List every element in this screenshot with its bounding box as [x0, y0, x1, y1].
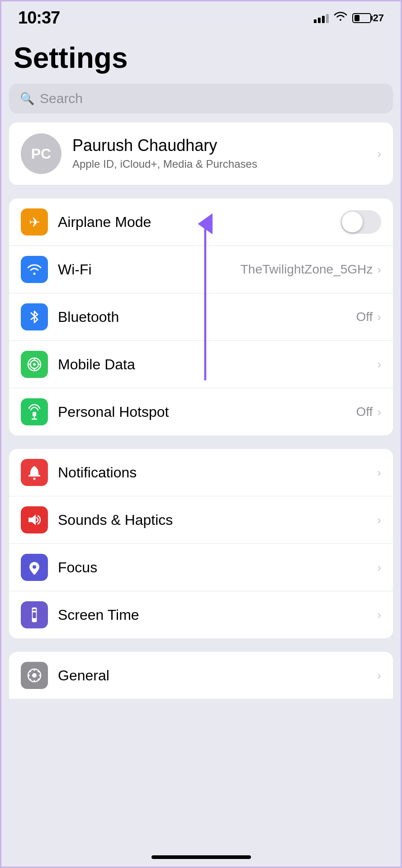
airplane-mode-icon: ✈ [21, 208, 48, 236]
mobile-data-row[interactable]: Mobile Data › [9, 340, 393, 388]
hotspot-label: Personal Hotspot [58, 404, 356, 420]
notifications-chevron: › [377, 466, 381, 480]
svg-rect-16 [33, 609, 36, 611]
screentime-label: Screen Time [58, 607, 377, 623]
hotspot-chevron: › [377, 405, 381, 419]
wifi-settings-icon [21, 256, 48, 283]
wifi-row[interactable]: Wi-Fi TheTwilightZone_5GHz › [9, 245, 393, 293]
mobile-data-icon [21, 351, 48, 378]
screentime-row[interactable]: Screen Time › [9, 591, 393, 638]
profile-chevron: › [377, 147, 381, 161]
airplane-mode-row[interactable]: ✈ Airplane Mode [9, 198, 393, 245]
svg-point-14 [33, 565, 36, 569]
search-placeholder: Search [40, 91, 83, 106]
focus-chevron: › [377, 561, 381, 575]
general-row[interactable]: General › [9, 652, 393, 699]
profile-row[interactable]: PC Paurush Chaudhary Apple ID, iCloud+, … [9, 123, 393, 185]
bluetooth-label: Bluetooth [58, 309, 356, 326]
screentime-chevron: › [377, 608, 381, 622]
mobile-data-chevron: › [377, 358, 381, 372]
status-bar: 10:37 27 [0, 0, 402, 32]
system-section: Notifications › Sounds & Haptics › Focus… [9, 449, 393, 638]
general-section: General › [9, 652, 393, 699]
bluetooth-value: Off [356, 310, 373, 324]
sounds-icon [21, 506, 48, 533]
page-title: Settings [0, 32, 402, 84]
status-icons: 27 [314, 11, 384, 25]
sounds-chevron: › [377, 513, 381, 527]
profile-info: Paurush Chaudhary Apple ID, iCloud+, Med… [72, 136, 366, 171]
signal-icon [314, 13, 329, 23]
wifi-label: Wi-Fi [58, 261, 241, 278]
profile-subtitle: Apple ID, iCloud+, Media & Purchases [72, 157, 366, 171]
screentime-icon [21, 601, 48, 628]
avatar: PC [21, 133, 61, 174]
notifications-row[interactable]: Notifications › [9, 449, 393, 496]
focus-row[interactable]: Focus › [9, 543, 393, 591]
bluetooth-icon [21, 303, 48, 330]
wifi-chevron: › [377, 263, 381, 277]
general-icon [21, 662, 48, 689]
profile-name: Paurush Chaudhary [72, 136, 366, 155]
search-icon: 🔍 [20, 92, 34, 106]
svg-point-19 [32, 673, 37, 678]
hotspot-icon [21, 398, 48, 425]
profile-section: PC Paurush Chaudhary Apple ID, iCloud+, … [9, 123, 393, 185]
battery-icon: 27 [352, 12, 384, 24]
wifi-value: TheTwilightZone_5GHz [241, 262, 373, 277]
focus-icon [21, 554, 48, 581]
svg-point-2 [33, 363, 36, 366]
sounds-row[interactable]: Sounds & Haptics › [9, 496, 393, 543]
svg-rect-17 [33, 613, 36, 618]
toggle-knob [342, 212, 363, 232]
airplane-mode-label: Airplane Mode [58, 214, 341, 231]
status-time: 10:37 [18, 8, 60, 28]
connectivity-section: ✈ Airplane Mode Wi-Fi TheTwilightZone_5G… [9, 198, 393, 435]
svg-rect-7 [33, 412, 36, 416]
hotspot-value: Off [356, 405, 373, 419]
focus-label: Focus [58, 559, 377, 576]
wifi-icon [333, 11, 348, 25]
general-chevron: › [377, 669, 381, 683]
general-label: General [58, 667, 377, 684]
hotspot-row[interactable]: Personal Hotspot Off › [9, 388, 393, 435]
bluetooth-row[interactable]: Bluetooth Off › [9, 293, 393, 340]
home-indicator [151, 855, 251, 859]
search-bar[interactable]: 🔍 Search [9, 84, 393, 113]
mobile-data-label: Mobile Data [58, 356, 377, 373]
svg-point-12 [33, 478, 36, 480]
sounds-label: Sounds & Haptics [58, 512, 377, 528]
notifications-icon [21, 459, 48, 486]
airplane-mode-toggle[interactable] [341, 210, 381, 234]
svg-marker-13 [28, 514, 36, 525]
search-container: 🔍 Search [0, 84, 402, 123]
notifications-label: Notifications [58, 464, 377, 481]
bluetooth-chevron: › [377, 310, 381, 324]
